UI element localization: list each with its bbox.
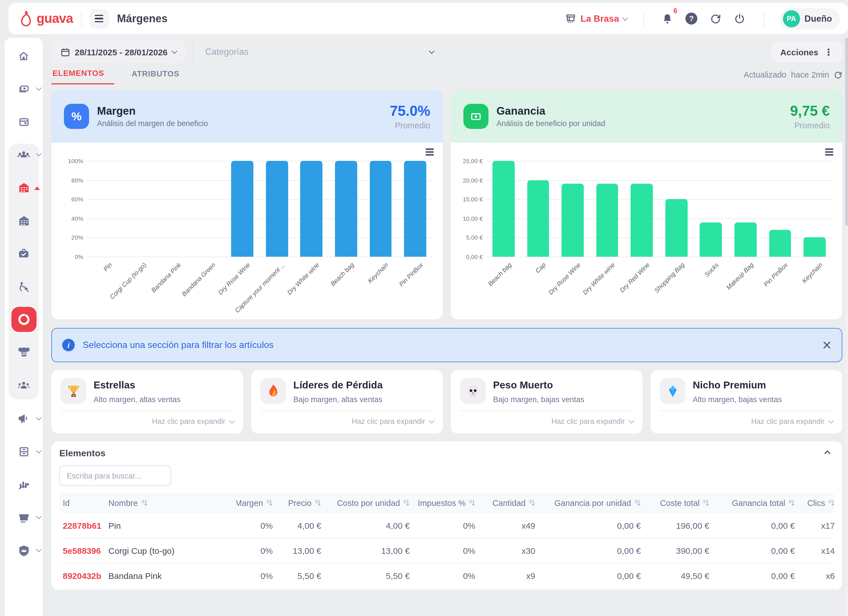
x-axis-label: Beach bag <box>329 261 355 287</box>
logo-wordmark: guava <box>37 11 73 26</box>
column-header-ganancia-total[interactable]: Ganancia total <box>713 499 798 508</box>
cell-ganancia-total: 0,00 € <box>713 546 798 555</box>
chevron-up-icon <box>34 187 40 190</box>
close-banner-button[interactable] <box>822 341 832 349</box>
bar-Shopping Bag[interactable] <box>666 199 688 257</box>
search-input[interactable] <box>59 465 171 486</box>
cell-clics: x6 <box>798 571 838 580</box>
charts-row: % Margen Análisis del margen de benefici… <box>51 90 842 320</box>
categories-select[interactable]: Categorías <box>199 47 439 57</box>
bar-Makeup Bag[interactable] <box>734 222 757 257</box>
table-row[interactable]: 8920432bBandana Pink0%5,50 €5,50 €0%x90,… <box>59 564 834 589</box>
sidebar-item-billing[interactable] <box>4 76 43 102</box>
column-header-cantidad[interactable]: Cantidad <box>479 499 539 508</box>
bar-Pin PinBox[interactable] <box>404 161 427 257</box>
refresh-icon[interactable] <box>834 70 842 79</box>
expand-toggle[interactable]: Haz clic para expandir <box>460 416 633 428</box>
bar-Dry Rose Wine[interactable] <box>562 184 584 257</box>
guava-logo[interactable]: guava <box>19 10 73 27</box>
logout-button[interactable] <box>732 10 747 27</box>
cell-ganancia-por-unidad: 0,00 € <box>539 546 644 555</box>
chart-menu-icon[interactable] <box>426 148 434 155</box>
y-axis-label: 20% <box>71 234 83 241</box>
divider <box>192 41 193 63</box>
bar-Pin PinBox[interactable] <box>769 230 791 257</box>
sidebar-item-admin[interactable] <box>4 538 43 563</box>
bar-Dry Red Wine[interactable] <box>631 184 653 257</box>
bar-Cap[interactable] <box>527 180 549 257</box>
help-button[interactable]: ? <box>683 10 700 27</box>
table-row[interactable]: f23ca390Bandana Green0%5,50 €5,50 €0%x30… <box>59 589 834 590</box>
sidebar-item-analytics[interactable] <box>4 472 43 497</box>
bar-Dry Rose Wine[interactable] <box>231 161 254 257</box>
sidebar-item-recipes[interactable] <box>4 340 43 365</box>
sidebar-item-warehouse[interactable] <box>4 208 43 233</box>
column-header-clics[interactable]: Clics <box>798 499 838 508</box>
date-range-picker[interactable]: 28/11/2025 - 28/01/2026 <box>51 40 185 63</box>
column-header-ganancia-por-unidad[interactable]: Ganancia por unidad <box>539 499 644 508</box>
column-header-precio[interactable]: Precio <box>276 499 325 508</box>
item-id-link[interactable]: 5e588396 <box>59 546 105 555</box>
cell-ganancia-por-unidad: 0,00 € <box>539 521 644 530</box>
sidebar-item-inventory[interactable] <box>4 241 43 267</box>
bar-Keychain[interactable] <box>804 238 826 257</box>
margins-donut-icon <box>11 307 36 332</box>
column-header-nombre[interactable]: Nombre <box>105 499 236 508</box>
sidebar-item-home[interactable] <box>4 43 43 68</box>
quadrant-estrellas[interactable]: Estrellas Alto margen, altas ventas Haz … <box>51 370 243 434</box>
store-selector[interactable]: La Brasa <box>565 13 627 24</box>
expand-toggle[interactable]: Haz clic para expandir <box>260 416 434 428</box>
item-id-link[interactable]: 22878b61 <box>59 521 105 530</box>
bar-Dry White wine[interactable] <box>301 161 323 257</box>
sidebar-item-margins[interactable] <box>4 307 43 332</box>
page-title: Márgenes <box>117 12 168 25</box>
column-header-margen[interactable]: Margen <box>236 499 276 508</box>
cell-cantidad: x30 <box>479 546 539 555</box>
sort-icon <box>469 500 475 506</box>
table-row[interactable]: 5e588396Corgi Cup (to-go)0%13,00 €13,00 … <box>59 538 834 564</box>
sidebar-item-suppliers[interactable] <box>4 274 43 299</box>
profit-chart-body: 25,00 €20,00 €15,00 €10,00 €5,00 €0,00 €… <box>451 142 842 320</box>
cell-impuestos-: 0% <box>413 571 479 580</box>
sidebar-item-customers[interactable] <box>4 142 43 167</box>
column-header-coste-total[interactable]: Coste total <box>644 499 713 508</box>
sidebar-item-team[interactable] <box>4 373 43 398</box>
chart-menu-icon[interactable] <box>825 148 833 155</box>
expand-toggle[interactable]: Haz clic para expandir <box>660 416 833 428</box>
refresh-button[interactable] <box>708 10 723 27</box>
bar-Beach bag[interactable] <box>335 161 357 257</box>
quadrant-nicho-premium[interactable]: Nicho Premium Alto margen, bajas ventas … <box>651 370 842 434</box>
sidebar-item-calendar[interactable] <box>4 109 43 134</box>
expand-toggle[interactable]: Haz clic para expandir <box>61 416 234 428</box>
item-id-link[interactable]: 8920432b <box>59 571 105 580</box>
sidebar-item-marketing[interactable] <box>4 406 43 431</box>
sidebar-item-archive[interactable] <box>4 439 43 464</box>
quadrant-lideres-perdida[interactable]: Líderes de Pérdida Bajo margen, altas ve… <box>251 370 443 434</box>
sidebar-item-store[interactable] <box>4 175 43 200</box>
quadrant-peso-muerto[interactable]: Peso Muerto Bajo margen, bajas ventas Ha… <box>451 370 643 434</box>
app-root: guava Márgenes La Brasa 6 <box>0 0 848 616</box>
user-menu[interactable]: PA Dueño <box>780 8 840 30</box>
tab-elementos[interactable]: ELEMENTOS <box>51 68 114 84</box>
sort-icon <box>703 500 709 506</box>
sidebar-item-pos[interactable] <box>4 505 43 530</box>
cell-precio: 4,00 € <box>276 521 325 530</box>
bar-Keychain[interactable] <box>369 161 392 257</box>
notifications-button[interactable]: 6 <box>660 10 676 27</box>
column-header-impuestos-[interactable]: Impuestos % <box>413 499 479 508</box>
bar-Beach bag[interactable] <box>492 161 515 257</box>
table-row[interactable]: 22878b61Pin0%4,00 €4,00 €0%x490,00 €196,… <box>59 513 834 538</box>
expand-label: Haz clic para expandir <box>751 417 824 425</box>
bar-Socks[interactable] <box>700 222 722 257</box>
page-scrollbar[interactable] <box>845 36 848 616</box>
sort-icon <box>789 500 795 506</box>
menu-toggle-button[interactable] <box>90 9 109 28</box>
cell-nombre: Bandana Pink <box>105 571 236 580</box>
collapse-section-button[interactable] <box>824 450 831 457</box>
column-header-costo-por-unidad[interactable]: Costo por unidad <box>325 499 413 508</box>
bar-Capture your moment ...[interactable] <box>266 161 288 257</box>
bar-Dry White wine[interactable] <box>596 184 618 257</box>
tab-atributos[interactable]: ATRIBUTOS <box>130 69 190 84</box>
info-icon: i <box>62 339 75 351</box>
actions-button[interactable]: Acciones ⋮ <box>771 41 842 62</box>
